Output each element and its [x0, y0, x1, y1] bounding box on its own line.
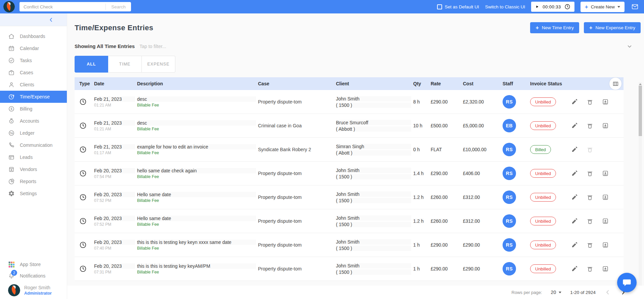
column-header-client[interactable]: Client	[336, 81, 413, 86]
column-settings-button[interactable]	[609, 78, 621, 90]
new-expense-entry-button[interactable]: +New Expense Entry	[584, 22, 641, 33]
entry-rate: £290.00	[431, 242, 448, 248]
sidebar-item-communication[interactable]: Communication	[0, 139, 67, 151]
edit-entry-button[interactable]	[571, 218, 578, 224]
sidebar-item-leads[interactable]: Leads	[0, 151, 67, 163]
staff-avatar[interactable]: RS	[503, 143, 516, 156]
filter-chevron-down-icon[interactable]	[627, 43, 633, 49]
table-row[interactable]: Feb 20, 2023 07:40 PM this is this is te…	[75, 233, 624, 257]
mail-icon[interactable]	[631, 3, 639, 10]
sidebar-item-ledger[interactable]: Ledger	[0, 127, 67, 139]
sidebar-item-time-expense[interactable]: Time/Expense	[0, 91, 67, 103]
sidebar-item-vendors[interactable]: Vendors	[0, 163, 67, 175]
scroll-up-arrow-icon[interactable]	[639, 83, 642, 85]
table-row[interactable]: Feb 21, 2023 01:21 AM desc Billable Fee …	[75, 114, 624, 138]
download-entry-button[interactable]	[602, 218, 609, 224]
staff-avatar[interactable]: RS	[503, 190, 516, 204]
table-row[interactable]: Feb 20, 2023 07:52 PM Hello same date Bi…	[75, 185, 624, 209]
download-icon	[602, 122, 609, 129]
column-header-rate[interactable]: Rate	[431, 81, 463, 86]
entry-date: Feb 20, 2023	[94, 192, 135, 197]
create-new-button[interactable]: + Create New	[581, 2, 625, 12]
scrollbar-thumb[interactable]	[639, 86, 642, 136]
column-header-invoice-status[interactable]: Invoice Status	[530, 81, 571, 86]
edit-entry-button[interactable]	[571, 146, 578, 153]
staff-avatar[interactable]: RS	[503, 214, 516, 228]
edit-entry-button[interactable]	[571, 98, 578, 105]
sidebar-item-notifications[interactable]: 2 Notifications	[8, 270, 67, 282]
sidebar-item-calendar[interactable]: Calendar	[0, 42, 67, 54]
delete-entry-button[interactable]	[587, 194, 593, 201]
app-logo[interactable]	[3, 1, 15, 12]
sidebar-item-clients[interactable]: Clients	[0, 79, 67, 91]
staff-avatar[interactable]: RS	[503, 262, 516, 275]
tab-expense[interactable]: EXPENSE	[142, 56, 175, 73]
clock-icon[interactable]	[564, 4, 570, 10]
set-default-ui-checkbox[interactable]	[437, 4, 442, 9]
staff-avatar[interactable]: RS	[503, 238, 516, 252]
column-header-cost[interactable]: Cost	[463, 81, 503, 86]
table-scrollbar[interactable]	[639, 82, 642, 286]
edit-entry-button[interactable]	[571, 265, 578, 272]
sidebar-item-cases[interactable]: Cases	[0, 67, 67, 79]
play-icon[interactable]	[535, 5, 539, 9]
column-header-description[interactable]: Description	[137, 81, 258, 86]
edit-entry-button[interactable]	[571, 242, 578, 248]
download-entry-button[interactable]	[602, 194, 609, 201]
entry-qty: 1.2 h	[413, 218, 424, 224]
sidebar-item-accounts[interactable]: Accounts	[0, 115, 67, 127]
sidebar-item-tasks[interactable]: Tasks	[0, 54, 67, 67]
sidebar-item-app-store[interactable]: App Store	[8, 259, 67, 270]
table-row[interactable]: Feb 21, 2023 01:17 AM example for how to…	[75, 138, 624, 162]
download-entry-button[interactable]	[602, 170, 609, 177]
sidebar-item-dashboards[interactable]: Dashboards	[0, 30, 67, 42]
column-header-type[interactable]: Type	[75, 81, 94, 86]
sidebar-item-settings[interactable]: Settings	[0, 187, 67, 200]
delete-entry-button[interactable]	[587, 122, 593, 129]
table-row[interactable]: Feb 20, 2023 07:52 PM Hello same date Bi…	[75, 209, 624, 233]
collapse-sidebar-icon[interactable]	[48, 17, 54, 23]
table-row[interactable]: Feb 20, 2023 07:31 PM this is this is te…	[75, 257, 624, 281]
delete-entry-button[interactable]	[587, 170, 593, 177]
filter-status-text: Showing All Time Entries	[75, 43, 135, 49]
time-entry-clock-icon	[79, 122, 87, 129]
edit-entry-button[interactable]	[571, 194, 578, 201]
download-entry-button[interactable]	[602, 265, 609, 272]
download-entry-button[interactable]	[602, 122, 609, 129]
entry-qty: 0 h	[413, 147, 420, 152]
table-row[interactable]: Feb 21, 2023 01:21 AM desc Billable Fee …	[75, 90, 624, 114]
chat-fab-button[interactable]	[617, 273, 637, 292]
sidebar-item-billing[interactable]: Billing	[0, 103, 67, 115]
tab-all[interactable]: ALL	[75, 56, 108, 73]
download-entry-button[interactable]	[602, 242, 609, 248]
staff-avatar[interactable]: EB	[503, 119, 516, 132]
sidebar-item-label: Time/Expense	[20, 94, 50, 99]
download-entry-button[interactable]	[602, 98, 609, 105]
tab-time[interactable]: TIME	[108, 56, 142, 73]
staff-avatar[interactable]: RS	[503, 167, 516, 180]
column-header-date[interactable]: Date	[94, 81, 137, 86]
column-header-case[interactable]: Case	[258, 81, 336, 86]
user-profile[interactable]: Roger Smith Administrator	[8, 284, 67, 296]
delete-entry-button[interactable]	[587, 98, 593, 105]
delete-entry-button[interactable]	[587, 146, 593, 153]
set-default-ui-option[interactable]: Set as Default UI	[437, 4, 479, 9]
search-button[interactable]: Search	[105, 4, 131, 10]
delete-entry-button[interactable]	[587, 265, 593, 272]
column-header-qty[interactable]: Qty	[413, 81, 431, 86]
conflict-check-input[interactable]	[19, 2, 105, 11]
new-time-entry-button[interactable]: +New Time Entry	[530, 22, 579, 33]
entry-client-name: John Smith	[336, 96, 411, 101]
edit-entry-button[interactable]	[571, 170, 578, 177]
edit-entry-button[interactable]	[571, 122, 578, 129]
rows-per-page-select[interactable]: 20	[551, 290, 562, 295]
staff-avatar[interactable]: RS	[503, 95, 516, 109]
switch-to-classic-ui-link[interactable]: Switch to Classic UI	[485, 4, 525, 9]
table-row[interactable]: Feb 20, 2023 07:54 PM hello same date ch…	[75, 162, 624, 185]
sidebar-item-reports[interactable]: Reports	[0, 175, 67, 187]
column-header-staff[interactable]: Staff	[503, 81, 530, 86]
filter-input-placeholder[interactable]: Tap to filter...	[139, 44, 166, 49]
delete-entry-button[interactable]	[587, 218, 593, 224]
delete-entry-button[interactable]	[587, 242, 593, 248]
previous-page-button[interactable]	[604, 289, 611, 296]
